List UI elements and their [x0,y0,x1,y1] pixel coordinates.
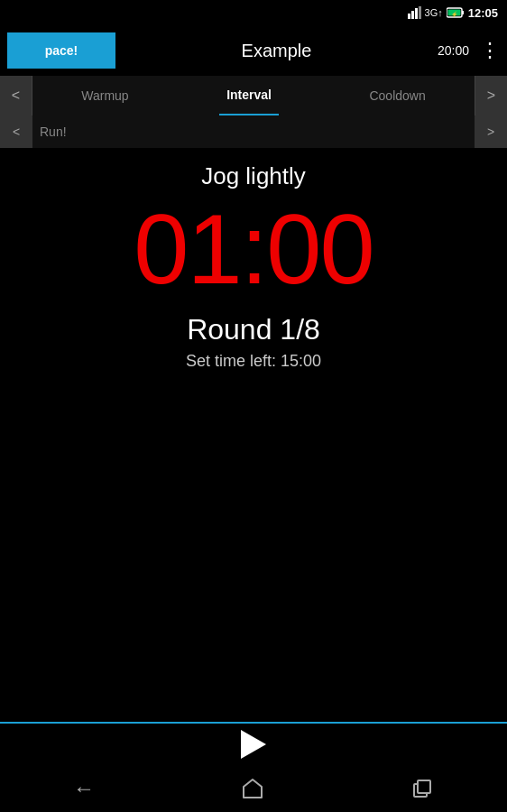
recents-button[interactable] [410,777,434,800]
sub-next-icon: > [487,125,494,139]
sub-next-button[interactable]: > [475,115,507,148]
home-button[interactable] [241,777,264,800]
svg-rect-1 [411,11,414,19]
app-time-label: 20:00 [438,43,469,58]
status-bar: 3G↑ ⚡ 12:05 [0,0,507,25]
svg-rect-10 [418,780,430,793]
app-bar-left[interactable]: pace! [7,32,115,69]
svg-text:⚡: ⚡ [451,11,458,18]
svg-rect-5 [462,11,464,14]
round-info: Round 1/8 [187,313,320,346]
app-title: Example [115,41,438,61]
back-button[interactable]: ← [73,776,95,801]
tab-prev-icon: < [12,88,20,104]
svg-rect-3 [419,6,421,19]
bottom-bar [0,722,507,765]
tab-next-icon: > [487,88,495,104]
tab-interval[interactable]: Interval [219,76,279,115]
tab-prev-button[interactable]: < [0,76,32,115]
svg-marker-8 [244,780,262,798]
sub-prev-button[interactable]: < [0,115,32,148]
signal-icon [408,6,422,19]
more-menu-icon[interactable]: ⋮ [480,39,500,62]
recents-icon [410,777,434,800]
timer-display: 01:00 [134,199,373,299]
status-time: 12:05 [468,6,498,20]
tabs-container: Warmup Interval Cooldown [32,76,475,115]
signal-text: 3G↑ [425,7,443,18]
tab-warmup[interactable]: Warmup [74,76,135,115]
play-button[interactable] [241,730,266,759]
svg-rect-2 [415,8,418,19]
home-icon [241,777,264,800]
sub-prev-icon: < [13,125,20,139]
battery-icon: ⚡ [447,7,465,18]
exercise-label: Jog lightly [201,162,306,190]
sub-bar: < Run! > [0,115,507,148]
tab-next-button[interactable]: > [475,76,507,115]
set-time-label: Set time left: 15:00 [186,352,321,371]
sub-label: Run! [40,125,67,139]
tab-cooldown[interactable]: Cooldown [362,76,432,115]
app-bar-right: 20:00 ⋮ [438,39,500,62]
tab-bar: < Warmup Interval Cooldown > [0,76,507,115]
app-bar: pace! Example 20:00 ⋮ [0,25,507,76]
nav-bar: ← [0,765,507,812]
app-bar-left-label: pace! [45,43,78,58]
svg-rect-0 [408,14,410,19]
main-content: Jog lightly 01:00 Round 1/8 Set time lef… [0,148,507,371]
